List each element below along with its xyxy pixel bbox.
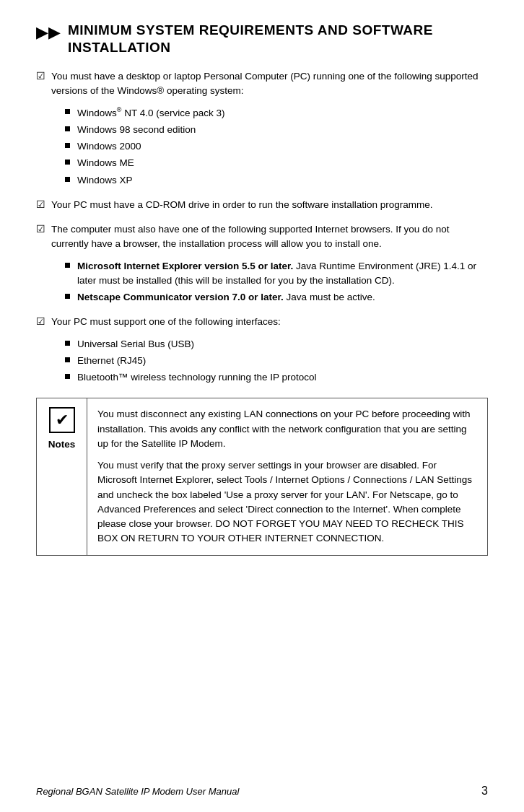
list-item: Windows 2000	[65, 139, 488, 154]
bullet-icon	[65, 160, 70, 165]
notes-content: You must disconnect any existing LAN con…	[87, 398, 487, 554]
list-item-text: Windows XP	[77, 173, 488, 188]
list-item: Windows 98 second edition	[65, 123, 488, 137]
intro-para: ☑ You must have a desktop or laptop Pers…	[36, 69, 488, 99]
bullet-icon	[65, 374, 70, 379]
list-item-text: Ethernet (RJ45)	[77, 354, 488, 368]
list-item-text: Universal Serial Bus (USB)	[77, 337, 488, 352]
cdrom-text: Your PC must have a CD-ROM drive in orde…	[51, 198, 432, 212]
netscape-desc: Java must be active.	[284, 292, 375, 302]
browser-para: ☑ The computer must also have one of the…	[36, 222, 488, 252]
bullet-icon	[65, 357, 70, 362]
netscape-label: Netscape Communicator version 7.0 or lat…	[77, 292, 284, 302]
notes-checkbox-icon: ✔	[49, 407, 75, 433]
bullet-icon	[65, 143, 70, 148]
page-header: ▶▶ Minimum System Requirements and Softw…	[36, 22, 488, 56]
page-title: Minimum System Requirements and Software…	[68, 22, 433, 56]
footer-page-number: 3	[481, 785, 488, 798]
list-item: Microsoft Internet Explorer version 5.5 …	[65, 259, 488, 289]
interfaces-list: Universal Serial Bus (USB) Ethernet (RJ4…	[65, 337, 488, 385]
bullet-icon	[65, 263, 70, 268]
list-item: Windows XP	[65, 173, 488, 188]
list-item: Windows® NT 4.0 (service pack 3)	[65, 105, 488, 121]
footer-title: Regional BGAN Satellite IP Modem User Ma…	[36, 786, 239, 797]
list-item-text: Microsoft Internet Explorer version 5.5 …	[77, 259, 488, 289]
page-footer: Regional BGAN Satellite IP Modem User Ma…	[0, 785, 524, 798]
bullet-icon	[65, 294, 70, 299]
checkbox-icon-2: ☑	[36, 198, 45, 210]
list-item: Netscape Communicator version 7.0 or lat…	[65, 290, 488, 305]
checkbox-icon-1: ☑	[36, 70, 45, 82]
notes-left-panel: ✔ Notes	[37, 398, 87, 554]
notes-para-1: You must disconnect any existing LAN con…	[97, 407, 477, 451]
bullet-icon	[65, 126, 70, 131]
list-item-text: Netscape Communicator version 7.0 or lat…	[77, 290, 488, 305]
interfaces-para: ☑ Your PC must support one of the follow…	[36, 315, 488, 329]
section-icon: ▶▶	[36, 23, 61, 42]
list-item-text: Bluetooth™ wireless technology running t…	[77, 370, 488, 385]
cdrom-para: ☑ Your PC must have a CD-ROM drive in or…	[36, 198, 488, 212]
bullet-icon	[65, 341, 70, 346]
list-item: Ethernet (RJ45)	[65, 354, 488, 368]
notes-checkmark: ✔	[56, 412, 69, 428]
cdrom-section: ☑ Your PC must have a CD-ROM drive in or…	[36, 198, 488, 212]
bullet-icon	[65, 177, 70, 182]
interfaces-section: ☑ Your PC must support one of the follow…	[36, 315, 488, 385]
browser-text: The computer must also have one of the f…	[51, 222, 488, 252]
list-item: Bluetooth™ wireless technology running t…	[65, 370, 488, 385]
notes-label: Notes	[48, 439, 76, 450]
notes-box: ✔ Notes You must disconnect any existing…	[36, 398, 488, 555]
ie-label: Microsoft Internet Explorer version 5.5 …	[77, 261, 293, 271]
browser-section: ☑ The computer must also have one of the…	[36, 222, 488, 305]
interfaces-text: Your PC must support one of the followin…	[51, 315, 281, 329]
checkbox-icon-4: ☑	[36, 315, 45, 327]
list-item: Windows ME	[65, 156, 488, 170]
notes-para-2: You must verify that the proxy server se…	[97, 458, 477, 546]
list-item: Universal Serial Bus (USB)	[65, 337, 488, 352]
windows-version-list: Windows® NT 4.0 (service pack 3) Windows…	[65, 105, 488, 188]
list-item-text: Windows 2000	[77, 139, 488, 154]
bullet-icon	[65, 109, 70, 114]
checkbox-icon-3: ☑	[36, 223, 45, 235]
list-item-text: Windows ME	[77, 156, 488, 170]
intro-section: ☑ You must have a desktop or laptop Pers…	[36, 69, 488, 188]
list-item-text: Windows® NT 4.0 (service pack 3)	[77, 105, 488, 121]
browser-list: Microsoft Internet Explorer version 5.5 …	[65, 259, 488, 305]
intro-text: You must have a desktop or laptop Person…	[51, 69, 488, 99]
list-item-text: Windows 98 second edition	[77, 123, 488, 137]
